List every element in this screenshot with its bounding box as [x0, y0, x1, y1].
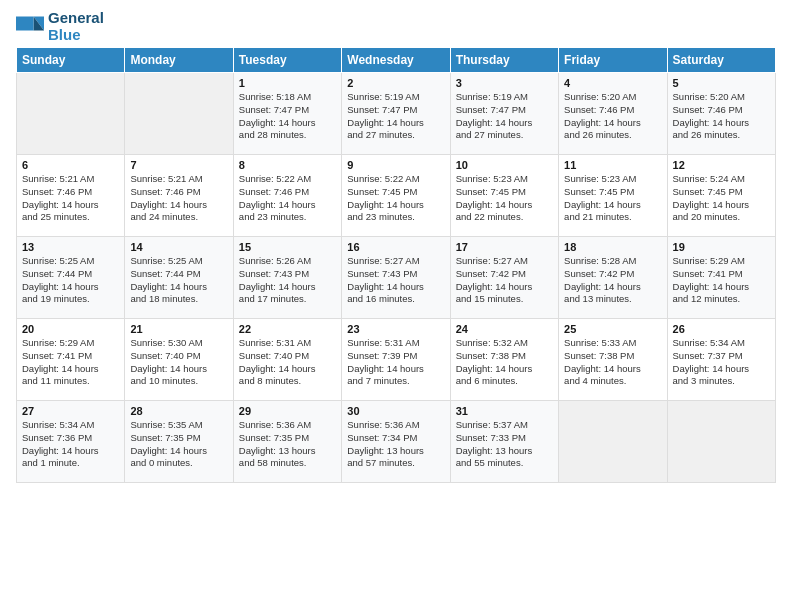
calendar-cell: 15Sunrise: 5:26 AMSunset: 7:43 PMDayligh…	[233, 237, 341, 319]
day-number: 5	[673, 77, 770, 89]
calendar-cell: 18Sunrise: 5:28 AMSunset: 7:42 PMDayligh…	[559, 237, 667, 319]
day-info: Sunrise: 5:28 AMSunset: 7:42 PMDaylight:…	[564, 255, 661, 306]
day-info: Sunrise: 5:21 AMSunset: 7:46 PMDaylight:…	[22, 173, 119, 224]
day-info: Sunrise: 5:19 AMSunset: 7:47 PMDaylight:…	[456, 91, 553, 142]
day-number: 11	[564, 159, 661, 171]
calendar-cell: 10Sunrise: 5:23 AMSunset: 7:45 PMDayligh…	[450, 155, 558, 237]
calendar-cell: 31Sunrise: 5:37 AMSunset: 7:33 PMDayligh…	[450, 401, 558, 483]
day-number: 17	[456, 241, 553, 253]
day-info: Sunrise: 5:29 AMSunset: 7:41 PMDaylight:…	[673, 255, 770, 306]
calendar-cell: 9Sunrise: 5:22 AMSunset: 7:45 PMDaylight…	[342, 155, 450, 237]
week-row-2: 6Sunrise: 5:21 AMSunset: 7:46 PMDaylight…	[17, 155, 776, 237]
day-number: 26	[673, 323, 770, 335]
day-number: 28	[130, 405, 227, 417]
day-number: 31	[456, 405, 553, 417]
day-number: 7	[130, 159, 227, 171]
page: General Blue SundayMondayTuesdayWednesda…	[0, 0, 792, 612]
calendar-cell	[559, 401, 667, 483]
calendar-cell: 19Sunrise: 5:29 AMSunset: 7:41 PMDayligh…	[667, 237, 775, 319]
day-info: Sunrise: 5:33 AMSunset: 7:38 PMDaylight:…	[564, 337, 661, 388]
day-number: 27	[22, 405, 119, 417]
day-number: 6	[22, 159, 119, 171]
day-info: Sunrise: 5:25 AMSunset: 7:44 PMDaylight:…	[130, 255, 227, 306]
week-row-1: 1Sunrise: 5:18 AMSunset: 7:47 PMDaylight…	[17, 73, 776, 155]
day-number: 1	[239, 77, 336, 89]
calendar-cell: 27Sunrise: 5:34 AMSunset: 7:36 PMDayligh…	[17, 401, 125, 483]
weekday-header-tuesday: Tuesday	[233, 48, 341, 73]
day-info: Sunrise: 5:21 AMSunset: 7:46 PMDaylight:…	[130, 173, 227, 224]
weekday-header-row: SundayMondayTuesdayWednesdayThursdayFrid…	[17, 48, 776, 73]
calendar-cell: 2Sunrise: 5:19 AMSunset: 7:47 PMDaylight…	[342, 73, 450, 155]
day-info: Sunrise: 5:30 AMSunset: 7:40 PMDaylight:…	[130, 337, 227, 388]
week-row-5: 27Sunrise: 5:34 AMSunset: 7:36 PMDayligh…	[17, 401, 776, 483]
day-number: 16	[347, 241, 444, 253]
calendar-cell: 12Sunrise: 5:24 AMSunset: 7:45 PMDayligh…	[667, 155, 775, 237]
day-info: Sunrise: 5:37 AMSunset: 7:33 PMDaylight:…	[456, 419, 553, 470]
day-number: 21	[130, 323, 227, 335]
weekday-header-wednesday: Wednesday	[342, 48, 450, 73]
day-number: 9	[347, 159, 444, 171]
day-number: 29	[239, 405, 336, 417]
calendar-cell: 13Sunrise: 5:25 AMSunset: 7:44 PMDayligh…	[17, 237, 125, 319]
day-number: 4	[564, 77, 661, 89]
day-number: 10	[456, 159, 553, 171]
day-info: Sunrise: 5:18 AMSunset: 7:47 PMDaylight:…	[239, 91, 336, 142]
day-info: Sunrise: 5:27 AMSunset: 7:43 PMDaylight:…	[347, 255, 444, 306]
svg-rect-2	[16, 16, 34, 30]
weekday-header-thursday: Thursday	[450, 48, 558, 73]
day-info: Sunrise: 5:27 AMSunset: 7:42 PMDaylight:…	[456, 255, 553, 306]
day-number: 19	[673, 241, 770, 253]
calendar-cell: 16Sunrise: 5:27 AMSunset: 7:43 PMDayligh…	[342, 237, 450, 319]
logo: General Blue	[16, 10, 104, 43]
day-info: Sunrise: 5:31 AMSunset: 7:40 PMDaylight:…	[239, 337, 336, 388]
calendar-cell: 23Sunrise: 5:31 AMSunset: 7:39 PMDayligh…	[342, 319, 450, 401]
day-info: Sunrise: 5:26 AMSunset: 7:43 PMDaylight:…	[239, 255, 336, 306]
weekday-header-monday: Monday	[125, 48, 233, 73]
day-number: 18	[564, 241, 661, 253]
week-row-4: 20Sunrise: 5:29 AMSunset: 7:41 PMDayligh…	[17, 319, 776, 401]
week-row-3: 13Sunrise: 5:25 AMSunset: 7:44 PMDayligh…	[17, 237, 776, 319]
day-info: Sunrise: 5:23 AMSunset: 7:45 PMDaylight:…	[456, 173, 553, 224]
day-number: 13	[22, 241, 119, 253]
calendar-cell: 4Sunrise: 5:20 AMSunset: 7:46 PMDaylight…	[559, 73, 667, 155]
day-number: 30	[347, 405, 444, 417]
day-info: Sunrise: 5:23 AMSunset: 7:45 PMDaylight:…	[564, 173, 661, 224]
calendar-cell: 25Sunrise: 5:33 AMSunset: 7:38 PMDayligh…	[559, 319, 667, 401]
calendar-cell: 11Sunrise: 5:23 AMSunset: 7:45 PMDayligh…	[559, 155, 667, 237]
day-info: Sunrise: 5:34 AMSunset: 7:37 PMDaylight:…	[673, 337, 770, 388]
day-info: Sunrise: 5:19 AMSunset: 7:47 PMDaylight:…	[347, 91, 444, 142]
calendar-cell	[125, 73, 233, 155]
day-number: 3	[456, 77, 553, 89]
day-info: Sunrise: 5:36 AMSunset: 7:34 PMDaylight:…	[347, 419, 444, 470]
calendar-cell: 17Sunrise: 5:27 AMSunset: 7:42 PMDayligh…	[450, 237, 558, 319]
day-number: 15	[239, 241, 336, 253]
day-info: Sunrise: 5:20 AMSunset: 7:46 PMDaylight:…	[673, 91, 770, 142]
header: General Blue	[16, 10, 776, 43]
day-info: Sunrise: 5:20 AMSunset: 7:46 PMDaylight:…	[564, 91, 661, 142]
day-info: Sunrise: 5:32 AMSunset: 7:38 PMDaylight:…	[456, 337, 553, 388]
weekday-header-sunday: Sunday	[17, 48, 125, 73]
calendar-cell: 7Sunrise: 5:21 AMSunset: 7:46 PMDaylight…	[125, 155, 233, 237]
calendar-cell: 6Sunrise: 5:21 AMSunset: 7:46 PMDaylight…	[17, 155, 125, 237]
calendar-cell: 20Sunrise: 5:29 AMSunset: 7:41 PMDayligh…	[17, 319, 125, 401]
day-number: 22	[239, 323, 336, 335]
day-info: Sunrise: 5:36 AMSunset: 7:35 PMDaylight:…	[239, 419, 336, 470]
calendar-cell: 5Sunrise: 5:20 AMSunset: 7:46 PMDaylight…	[667, 73, 775, 155]
logo-text: General Blue	[48, 10, 104, 43]
day-info: Sunrise: 5:24 AMSunset: 7:45 PMDaylight:…	[673, 173, 770, 224]
calendar-cell: 24Sunrise: 5:32 AMSunset: 7:38 PMDayligh…	[450, 319, 558, 401]
calendar-cell: 22Sunrise: 5:31 AMSunset: 7:40 PMDayligh…	[233, 319, 341, 401]
day-number: 2	[347, 77, 444, 89]
day-info: Sunrise: 5:35 AMSunset: 7:35 PMDaylight:…	[130, 419, 227, 470]
calendar-cell: 28Sunrise: 5:35 AMSunset: 7:35 PMDayligh…	[125, 401, 233, 483]
day-info: Sunrise: 5:25 AMSunset: 7:44 PMDaylight:…	[22, 255, 119, 306]
day-info: Sunrise: 5:31 AMSunset: 7:39 PMDaylight:…	[347, 337, 444, 388]
day-number: 23	[347, 323, 444, 335]
day-number: 14	[130, 241, 227, 253]
day-number: 25	[564, 323, 661, 335]
calendar-cell: 3Sunrise: 5:19 AMSunset: 7:47 PMDaylight…	[450, 73, 558, 155]
calendar-cell: 14Sunrise: 5:25 AMSunset: 7:44 PMDayligh…	[125, 237, 233, 319]
day-info: Sunrise: 5:22 AMSunset: 7:45 PMDaylight:…	[347, 173, 444, 224]
day-info: Sunrise: 5:22 AMSunset: 7:46 PMDaylight:…	[239, 173, 336, 224]
calendar-cell	[17, 73, 125, 155]
